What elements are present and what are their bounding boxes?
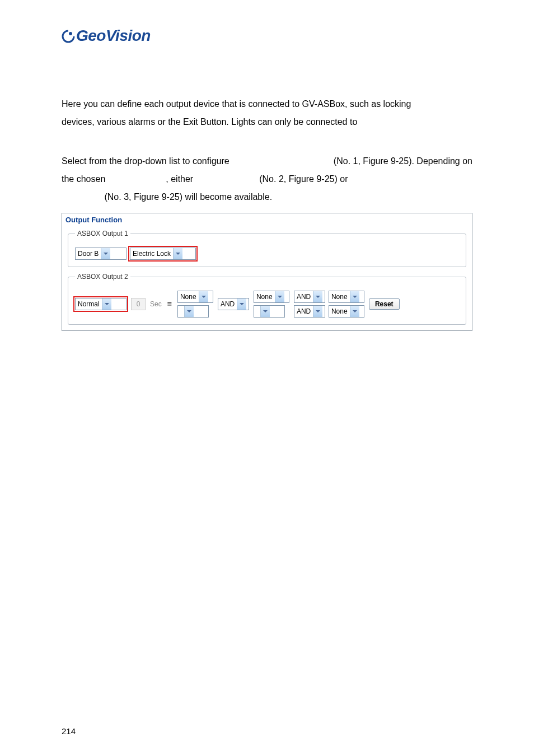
output2-mode-value: Normal [76, 298, 102, 310]
intro-line-1: Here you can define each output device t… [62, 95, 472, 113]
reset-button[interactable]: Reset [369, 298, 400, 310]
output2-logic2-bottom-select[interactable]: AND [294, 305, 325, 318]
output2-logic1-value: AND [218, 298, 237, 310]
output2-cond2-top-value: None [254, 291, 275, 302]
chevron-down-icon [101, 248, 110, 259]
chevron-down-icon [102, 298, 111, 310]
output2-cond1-bottom-value [178, 306, 184, 317]
chevron-down-icon [237, 298, 246, 310]
chevron-down-icon [275, 291, 284, 302]
instr-ref-3: (No. 3, Figure 9-25) will become availab… [104, 192, 272, 202]
output2-cond1-top-value: None [178, 291, 199, 302]
brand-name: GeoVision [76, 27, 151, 45]
logo-mark-icon [62, 30, 74, 42]
output2-logic2-top-select[interactable]: AND [294, 291, 325, 303]
output2-cond3-bottom-select[interactable]: None [329, 305, 364, 318]
output1-target-select[interactable]: Door B [75, 248, 127, 260]
chevron-down-icon [184, 306, 194, 317]
reset-button-label: Reset [375, 300, 394, 308]
output2-logic1-select[interactable]: AND [218, 298, 249, 310]
asbox-output-2-section: ASBOX Output 2 Normal 0 Sec = None [68, 273, 466, 325]
svg-point-0 [69, 32, 72, 35]
asbox-output-1-section: ASBOX Output 1 Door B Electric Lock [68, 230, 466, 267]
instr-seg-1: Select from the drop-down list to config… [62, 152, 229, 170]
output2-logic2-bottom-value: AND [294, 306, 313, 317]
output2-mode-select[interactable]: Normal [75, 298, 127, 310]
instr-seg-2a: the chosen [62, 170, 105, 188]
output-function-panel: Output Function ASBOX Output 1 Door B El… [62, 213, 472, 331]
output2-cond1-bottom-select[interactable] [177, 305, 209, 318]
output2-seconds-label: Sec [150, 300, 162, 308]
output2-cond3-bottom-value: None [329, 306, 350, 317]
chevron-down-icon [260, 306, 270, 317]
asbox-output-2-legend: ASBOX Output 2 [75, 273, 130, 281]
output2-logic2-top-value: AND [294, 291, 313, 302]
equals-sign: = [166, 300, 173, 309]
output1-device-select[interactable]: Electric Lock [130, 248, 196, 260]
intro-line-2: devices, various alarms or the Exit Butt… [62, 113, 472, 131]
output2-cond3-top-value: None [329, 291, 350, 302]
output2-cond3-top-select[interactable]: None [329, 291, 364, 303]
asbox-output-1-legend: ASBOX Output 1 [75, 230, 130, 237]
instr-ref-2: (No. 2, Figure 9-25) or [259, 170, 348, 188]
instr-seg-2b: , either [166, 170, 193, 188]
output1-device-value: Electric Lock [130, 248, 173, 259]
chevron-down-icon [199, 291, 208, 302]
brand-logo: GeoVision [62, 27, 472, 45]
instr-ref-1: (No. 1, Figure 9-25). Depending on [334, 152, 472, 170]
output2-cond2-top-select[interactable]: None [254, 291, 289, 303]
output1-target-value: Door B [76, 248, 101, 259]
intro-paragraph: Here you can define each output device t… [62, 95, 472, 131]
chevron-down-icon [313, 306, 322, 317]
output2-cond1-top-select[interactable]: None [177, 291, 213, 303]
chevron-down-icon [313, 291, 322, 302]
chevron-down-icon [350, 291, 359, 302]
output2-seconds-input[interactable]: 0 [131, 298, 146, 310]
chevron-down-icon [350, 306, 359, 317]
output2-cond2-bottom-value [254, 306, 260, 317]
page-number: 214 [62, 726, 76, 736]
instructions-paragraph: Select from the drop-down list to config… [62, 152, 472, 206]
chevron-down-icon [173, 248, 182, 259]
output2-cond2-bottom-select[interactable] [254, 305, 285, 318]
panel-title: Output Function [62, 213, 472, 227]
